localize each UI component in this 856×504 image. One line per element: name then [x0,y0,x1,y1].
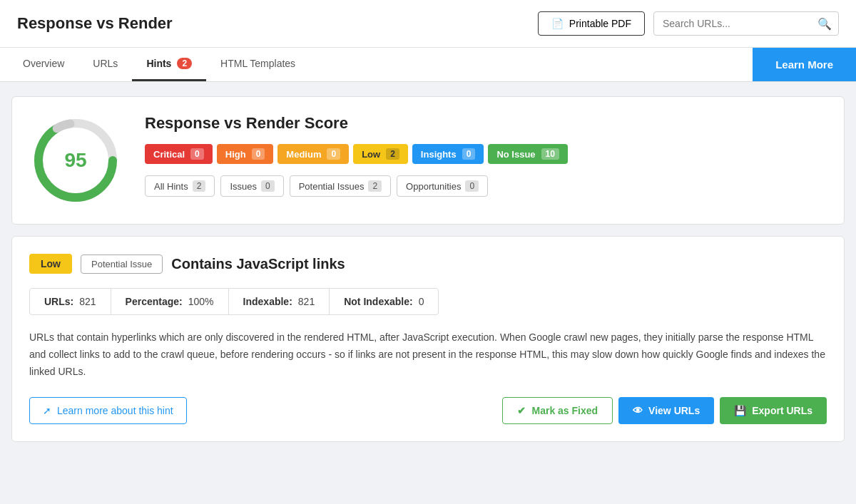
filter-potential-issues-label: Potential Issues [299,181,365,192]
pdf-icon: 📄 [551,18,564,29]
tab-hints-label: Hints [146,58,171,69]
hint-header: Low Potential Issue Contains JavaScript … [29,254,827,274]
stat-urls: URLs: 821 [30,289,111,314]
stat-not-indexable-label: Not Indexable: [344,296,412,307]
filter-all-hints[interactable]: All Hints 2 [145,175,215,197]
tab-hints[interactable]: Hints 2 [132,48,206,81]
search-wrap: 🔍 [653,11,839,36]
score-badges: Critical 0 High 0 Medium 0 Low 2 Insight… [145,144,827,164]
tabs-bar: Overview URLs Hints 2 HTML Templates Lea… [0,48,856,82]
stat-not-indexable: Not Indexable: 0 [330,289,438,314]
badge-low[interactable]: Low 2 [353,144,408,164]
badge-insights-count: 0 [462,148,476,160]
search-input[interactable] [653,11,839,36]
hint-card: Low Potential Issue Contains JavaScript … [11,236,845,442]
score-value: 95 [64,149,86,172]
tabs-spacer [310,48,753,81]
badge-medium[interactable]: Medium 0 [277,144,349,164]
filter-all-hints-count: 2 [193,180,206,192]
severity-badge: Low [29,254,72,274]
tab-overview[interactable]: Overview [9,48,78,81]
filter-all-hints-label: All Hints [154,181,188,192]
stat-urls-label: URLs: [44,296,73,307]
badge-noissue[interactable]: No Issue 10 [488,144,568,164]
filter-issues[interactable]: Issues 0 [220,175,283,197]
filter-potential-issues-count: 2 [368,180,382,192]
badge-noissue-label: No Issue [496,149,535,160]
learn-more-button[interactable]: Learn More [753,48,856,81]
stat-indexable-label: Indexable: [243,296,292,307]
badge-high-label: High [225,149,246,160]
badge-low-count: 2 [386,148,399,160]
filter-row: All Hints 2 Issues 0 Potential Issues 2 … [145,175,827,197]
checkmark-icon: ✔ [517,405,526,416]
badge-insights[interactable]: Insights 0 [412,144,484,164]
badge-high-count: 0 [252,148,265,160]
header: Response vs Render 📄 Printable PDF 🔍 [0,0,856,48]
tab-html-templates[interactable]: HTML Templates [206,48,310,81]
learn-hint-label: Learn more about this hint [57,405,173,416]
issue-type-badge: Potential Issue [81,254,163,274]
score-title: Response vs Render Score [145,114,827,133]
score-card: 95 Response vs Render Score Critical 0 H… [11,96,845,225]
printable-pdf-button[interactable]: 📄 Printable PDF [538,11,645,36]
badge-critical[interactable]: Critical 0 [145,144,213,164]
tab-overview-label: Overview [23,58,64,69]
action-buttons: ✔ Mark as Fixed 👁 View URLs 💾 Export URL… [502,397,827,424]
tab-hints-badge: 2 [177,58,192,69]
tab-urls-label: URLs [93,58,118,69]
hint-description: URLs that contain hyperlinks which are o… [29,329,827,380]
header-right: 📄 Printable PDF 🔍 [538,11,839,36]
stats-row: URLs: 821 Percentage: 100% Indexable: 82… [29,288,439,315]
badge-critical-count: 0 [190,148,204,160]
badge-insights-label: Insights [421,149,457,160]
export-icon: 💾 [734,405,746,416]
tab-urls[interactable]: URLs [78,48,132,81]
filter-opportunities-label: Opportunities [406,181,461,192]
badge-high[interactable]: High 0 [217,144,274,164]
score-info: Response vs Render Score Critical 0 High… [145,114,827,197]
donut-chart: 95 [29,114,122,207]
badge-medium-label: Medium [286,149,321,160]
stat-urls-value: 821 [79,296,96,307]
view-urls-label: View URLs [648,405,700,416]
filter-opportunities[interactable]: Opportunities 0 [397,175,488,197]
stat-not-indexable-value: 0 [419,296,424,307]
external-link-icon: ➚ [43,405,51,416]
export-label: Export URLs [752,405,812,416]
mark-fixed-label: Mark as Fixed [531,405,598,416]
search-icon: 🔍 [817,17,832,31]
stat-percentage-label: Percentage: [126,296,183,307]
hint-actions: ➚ Learn more about this hint ✔ Mark as F… [29,397,827,424]
stat-percentage: Percentage: 100% [111,289,229,314]
badge-noissue-count: 10 [541,148,559,160]
stat-indexable-value: 821 [298,296,315,307]
tab-html-templates-label: HTML Templates [220,58,295,69]
badge-medium-count: 0 [327,148,340,160]
stat-indexable: Indexable: 821 [229,289,330,314]
page-title: Response vs Render [17,14,173,33]
badge-low-label: Low [362,149,380,160]
main-content: 95 Response vs Render Score Critical 0 H… [0,82,856,456]
filter-opportunities-count: 0 [465,180,479,192]
filter-potential-issues[interactable]: Potential Issues 2 [290,175,391,197]
pdf-btn-label: Printable PDF [569,18,631,29]
mark-fixed-button[interactable]: ✔ Mark as Fixed [502,397,613,424]
eye-icon: 👁 [633,405,643,416]
export-urls-button[interactable]: 💾 Export URLs [720,397,827,424]
learn-hint-button[interactable]: ➚ Learn more about this hint [29,397,187,424]
stat-percentage-value: 100% [188,296,214,307]
hint-title: Contains JavaScript links [171,256,345,272]
badge-critical-label: Critical [153,149,185,160]
filter-issues-count: 0 [261,180,275,192]
view-urls-button[interactable]: 👁 View URLs [618,397,714,424]
filter-issues-label: Issues [230,181,257,192]
